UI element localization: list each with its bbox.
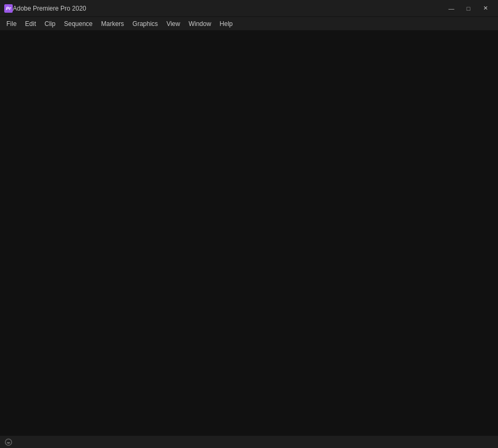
close-button[interactable]: ✕ (477, 0, 494, 17)
app-icon: Pr (4, 4, 13, 13)
menu-sequence[interactable]: Sequence (60, 19, 97, 29)
title-bar: Pr Adobe Premiere Pro 2020 — □ ✕ (0, 0, 498, 17)
status-svg-icon (4, 438, 13, 446)
menu-markers[interactable]: Markers (97, 19, 128, 29)
app-title: Adobe Premiere Pro 2020 (13, 5, 443, 12)
menu-help[interactable]: Help (216, 19, 237, 29)
menu-window[interactable]: Window (184, 19, 216, 29)
maximize-button[interactable]: □ (460, 0, 477, 17)
menu-graphics[interactable]: Graphics (128, 19, 162, 29)
window-controls: — □ ✕ (443, 0, 494, 17)
menu-bar: File Edit Clip Sequence Markers Graphics… (0, 17, 498, 31)
menu-clip[interactable]: Clip (40, 19, 60, 29)
menu-view[interactable]: View (162, 19, 184, 29)
status-icon (4, 438, 13, 446)
status-bar (0, 435, 498, 448)
main-content (0, 31, 498, 435)
menu-edit[interactable]: Edit (21, 19, 40, 29)
menu-file[interactable]: File (2, 19, 21, 29)
minimize-button[interactable]: — (443, 0, 460, 17)
